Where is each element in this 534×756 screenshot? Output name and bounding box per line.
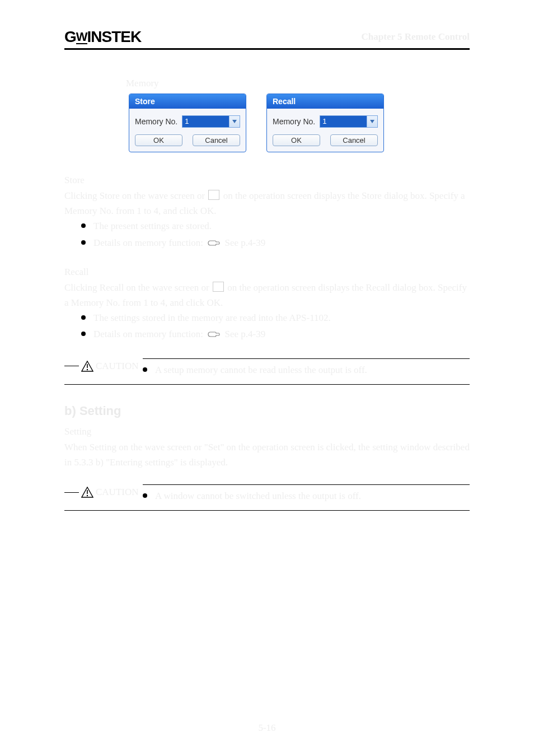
store-paragraph: Clicking Store on the wave screen or on … [64, 188, 470, 218]
caution1-text: A setup memory cannot be read unless the… [143, 362, 470, 377]
memory-heading: Memory [126, 78, 159, 89]
store-ok-button[interactable]: OK [135, 134, 182, 146]
warning-triangle-icon [81, 361, 93, 372]
svg-point-1 [87, 368, 88, 370]
setting-paragraph: When Setting on the wave screen or "Set"… [64, 440, 470, 470]
caution-block-2: CAUTION A window cannot be switched unle… [64, 484, 470, 505]
store-memory-value: 1 [182, 116, 229, 127]
store-label: Store [64, 175, 126, 186]
recall-toolbar-icon [213, 282, 224, 292]
recall-memory-label: Memory No. [273, 117, 315, 126]
pointing-hand-icon [208, 237, 220, 252]
recall-dialog: Recall Memory No. 1 OK Cancel [266, 94, 384, 152]
store-cancel-button[interactable]: Cancel [193, 134, 240, 146]
recall-memory-select[interactable]: 1 [320, 115, 378, 128]
store-memory-label: Memory No. [135, 117, 177, 126]
setting-section-heading: b) Setting [64, 404, 470, 418]
store-bullet-1: The present settings are stored. [81, 218, 470, 234]
caution-label: CAUTION [96, 361, 139, 372]
store-memory-select[interactable]: 1 [182, 115, 240, 128]
svg-point-3 [87, 495, 88, 496]
recall-bullet-1: The settings stored in the memory are re… [81, 310, 470, 325]
store-dialog: Store Memory No. 1 OK Cancel [129, 94, 246, 152]
store-toolbar-icon [208, 190, 219, 200]
recall-label: Recall [64, 267, 126, 278]
store-bullet-2: Details on memory function: See p.4-39 [81, 235, 470, 252]
chevron-down-icon[interactable] [367, 116, 377, 127]
warning-triangle-icon [81, 487, 93, 498]
chevron-down-icon[interactable] [229, 116, 240, 127]
recall-memory-value: 1 [320, 116, 367, 127]
store-dialog-title: Store [129, 94, 246, 109]
caution2-text: A window cannot be switched unless the o… [143, 488, 470, 503]
recall-cancel-button[interactable]: Cancel [330, 134, 378, 146]
page-number: 5-16 [258, 722, 275, 734]
recall-bullet-2: Details on memory function: See p.4-39 [81, 326, 470, 343]
recall-ok-button[interactable]: OK [273, 134, 320, 146]
pointing-hand-icon [208, 328, 220, 343]
caution-label: CAUTION [96, 487, 139, 498]
recall-dialog-title: Recall [267, 94, 383, 109]
recall-paragraph: Clicking Recall on the wave screen or on… [64, 280, 470, 310]
setting-label: Setting [64, 426, 126, 437]
caution-block-1: CAUTION A setup memory cannot be read un… [64, 358, 470, 379]
chapter-label: Chapter 5 Remote Control [362, 31, 470, 43]
